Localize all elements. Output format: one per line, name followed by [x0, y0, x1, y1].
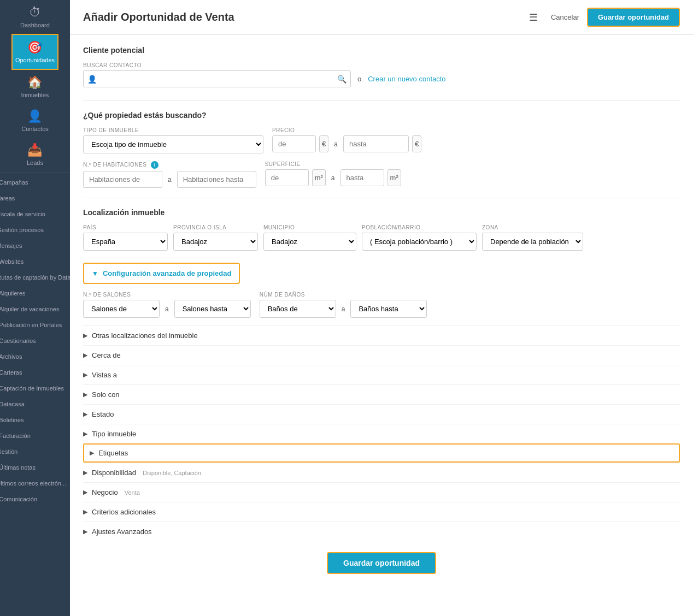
- rooms-row: N.º de Salones Salones de a Salones hast…: [83, 292, 680, 318]
- sidebar-item-label: Websites: [0, 258, 24, 265]
- section-sub: Disponible, Captación: [143, 470, 201, 476]
- bottom-save-row: Guardar oportunidad: [83, 552, 680, 585]
- property-section: ¿Qué propiedad estás buscando? TIPO DE I…: [83, 100, 680, 188]
- collapsible-criterios[interactable]: ▶Criterios adicionales: [83, 502, 680, 522]
- sidebar-item-label: Alquileres: [0, 290, 26, 297]
- save-button-bottom[interactable]: Guardar oportunidad: [327, 552, 436, 574]
- sidebar-item-tareas[interactable]: ☑Tareas: [0, 190, 70, 206]
- tipo-inmueble-select[interactable]: Escoja tipo de inmueble Piso Casa Chalet: [83, 135, 263, 153]
- sidebar-item-cuestionarios[interactable]: 📋Cuestionarios: [0, 333, 70, 348]
- arrow-icon: ▶: [83, 469, 87, 476]
- property-section-title: ¿Qué propiedad estás buscando?: [83, 111, 680, 120]
- collapsible-estado[interactable]: ▶Estado: [83, 404, 680, 424]
- dashboard-icon: ⏱: [29, 5, 41, 20]
- salones-de-select[interactable]: Salones de: [83, 300, 160, 318]
- sidebar-item-mensajes[interactable]: ✉Mensajes: [0, 238, 70, 253]
- precio-row: € a €: [272, 135, 421, 152]
- oportunidades-icon: 🎯: [27, 40, 42, 55]
- sidebar-item-gestion_proc[interactable]: ⚙Gestión procesos: [0, 222, 70, 238]
- salones-inline: Salones de a Salones hasta: [83, 300, 251, 318]
- search-contact-input[interactable]: [83, 70, 351, 87]
- sup-unit-left: m²: [312, 169, 326, 186]
- collapsible-tipo_inm[interactable]: ▶Tipo inmueble: [83, 424, 680, 443]
- sidebar-item-captacion[interactable]: 📋Captación de Inmuebles: [0, 380, 70, 396]
- save-button-top[interactable]: Guardar oportunidad: [587, 8, 680, 27]
- sidebar-item-websites[interactable]: 🌐Websites: [0, 253, 70, 269]
- sidebar-item-dashboard[interactable]: ⏱Dashboard: [11, 0, 58, 34]
- search-contact-row: 👤 🔍 o Crear un nuevo contacto: [83, 70, 680, 87]
- sidebar-item-publicacion[interactable]: 📋Publicación en Portales: [0, 317, 70, 333]
- create-contact-link[interactable]: Crear un nuevo contacto: [368, 75, 445, 83]
- sidebar-item-facturacion[interactable]: 💰Facturación: [0, 428, 70, 443]
- sidebar-item-label: Gestión: [0, 448, 17, 455]
- collapsible-otras_loc[interactable]: ▶Otras localizaciones del inmueble: [83, 325, 680, 345]
- precio-de-input[interactable]: [272, 135, 316, 152]
- sidebar-item-label: Publicación en Portales: [0, 322, 62, 328]
- poblacion-select[interactable]: ( Escoja población/barrio ): [362, 233, 477, 251]
- salones-hasta-select[interactable]: Salones hasta: [174, 300, 251, 318]
- arrow-icon: ▶: [83, 332, 87, 339]
- salones-label: N.º de Salones: [83, 292, 251, 298]
- habitaciones-info-icon[interactable]: i: [151, 161, 158, 169]
- leads-icon: 📥: [27, 143, 42, 157]
- sidebar-item-carteras[interactable]: 💼Carteras: [0, 364, 70, 380]
- collapsible-vistas_a[interactable]: ▶Vistas a: [83, 365, 680, 384]
- arrow-icon: ▶: [83, 371, 87, 378]
- collapsible-ajustes[interactable]: ▶Ajustes Avanzados: [83, 522, 680, 541]
- a-text-salones: a: [163, 305, 171, 313]
- banos-inline: Baños de a Baños hasta: [260, 300, 427, 318]
- sidebar-item-label: Contactos: [21, 126, 49, 132]
- sidebar-item-boletines[interactable]: 📋Boletines: [0, 412, 70, 428]
- sidebar-item-leads[interactable]: 📥Leads: [11, 138, 58, 171]
- sidebar-item-escala[interactable]: ⚙Escala de servicio: [0, 206, 70, 222]
- sidebar-item-ultimas_notas[interactable]: 📝Últimas notas: [0, 459, 70, 475]
- sidebar-item-label: Datacasa: [0, 401, 25, 407]
- sidebar-item-comunicacion[interactable]: 💬Comunicación: [0, 491, 70, 507]
- sidebar-item-label: Mensajes: [0, 242, 22, 249]
- collapsible-cerca_de[interactable]: ▶Cerca de: [83, 345, 680, 365]
- advanced-config-toggle[interactable]: ▼ Configuración avanzada de propiedad: [83, 263, 240, 284]
- hab-superficie-row: N.º DE HABITACIONES i a SUPERFICIE m² a: [83, 161, 680, 188]
- collapsible-negocio[interactable]: ▶NegocioVenta: [83, 482, 680, 502]
- hab-de-input[interactable]: [83, 171, 162, 188]
- collapsible-solo_con[interactable]: ▶Solo con: [83, 384, 680, 404]
- sup-de-input[interactable]: [265, 169, 309, 186]
- sidebar-item-correos[interactable]: ✉Últimos correos electrón...: [0, 475, 70, 491]
- banos-hasta-select[interactable]: Baños hasta: [350, 300, 427, 318]
- sup-hasta-input[interactable]: [340, 169, 384, 186]
- habitaciones-group: N.º DE HABITACIONES i a: [83, 161, 256, 188]
- section-label: Cerca de: [92, 351, 121, 359]
- sidebar-item-label: Últimas notas: [0, 464, 36, 471]
- inmuebles-icon: 🏠: [27, 75, 42, 90]
- hab-hasta-input[interactable]: [177, 171, 256, 188]
- sidebar-item-label: Dashboard: [20, 22, 50, 28]
- zona-select[interactable]: Depende de la población/barrio: [482, 233, 583, 251]
- sidebar-item-oportunidades[interactable]: 🎯Oportunidades: [11, 34, 58, 70]
- sidebar-item-inmuebles[interactable]: 🏠Inmuebles: [11, 70, 58, 104]
- municipio-select[interactable]: Badajoz: [263, 233, 356, 251]
- sidebar-item-alquileres[interactable]: 🏠Alquileres: [0, 285, 70, 301]
- pais-select[interactable]: España Portugal: [83, 233, 168, 251]
- search-icon: 🔍: [337, 75, 346, 84]
- tipo-inmueble-group: TIPO DE INMUEBLE Escoja tipo de inmueble…: [83, 127, 263, 153]
- banos-de-select[interactable]: Baños de: [260, 300, 336, 318]
- sidebar-item-rutas[interactable]: ⚙Rutas de captación by Datacasa: [0, 269, 70, 285]
- section-label: Tipo inmueble: [92, 430, 136, 438]
- collapsible-disponibilidad[interactable]: ▶DisponibilidadDisponible, Captación: [83, 463, 680, 482]
- sidebar-item-alquiler_vac[interactable]: 🏠Alquiler de vacaciones: [0, 301, 70, 317]
- cancel-button[interactable]: Cancelar: [551, 13, 579, 21]
- sidebar-item-datacasa[interactable]: 🏢Datacasa: [0, 396, 70, 412]
- sidebar-item-label: Leads: [27, 159, 43, 166]
- sidebar-item-campanas[interactable]: 📋Campañas: [0, 174, 70, 190]
- collapsible-etiquetas[interactable]: ▶Etiquetas: [83, 443, 680, 463]
- provincia-select[interactable]: Badajoz: [173, 233, 258, 251]
- sidebar-item-contactos[interactable]: 👤Contactos: [11, 104, 58, 138]
- precio-hasta-input[interactable]: [343, 135, 409, 152]
- sidebar-item-archivos[interactable]: 📁Archivos: [0, 348, 70, 364]
- sidebar-item-label: Alquiler de vacaciones: [0, 306, 59, 312]
- section-label: Ajustes Avanzados: [92, 528, 152, 536]
- hamburger-icon[interactable]: ☰: [529, 11, 538, 23]
- precio-unit-left: €: [319, 135, 328, 152]
- sidebar-item-gestion[interactable]: ⚙Gestión: [0, 443, 70, 459]
- sidebar-item-label: Captación de Inmuebles: [0, 385, 64, 392]
